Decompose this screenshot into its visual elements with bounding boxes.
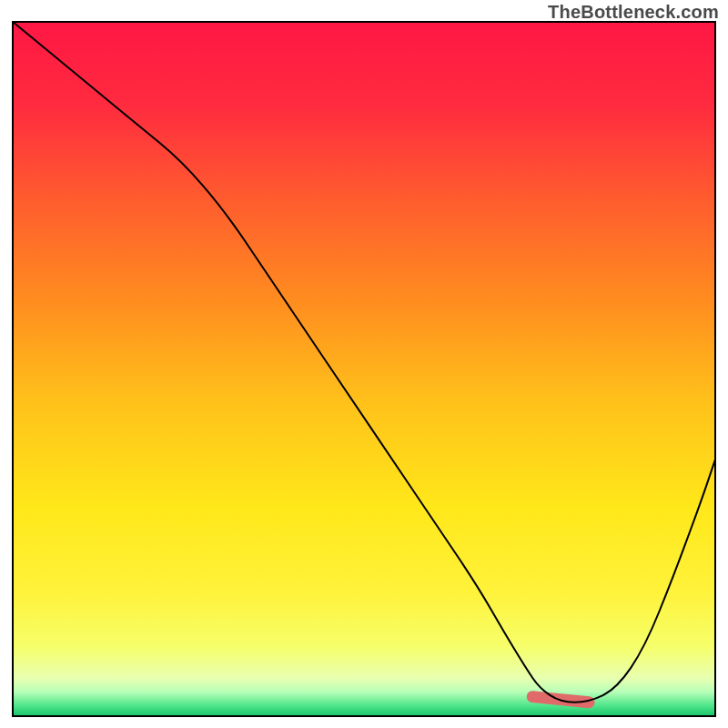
watermark-text: TheBottleneck.com [548,2,719,23]
plot-background [13,22,715,716]
chart-container: TheBottleneck.com [0,0,728,728]
bottleneck-chart [0,0,728,728]
